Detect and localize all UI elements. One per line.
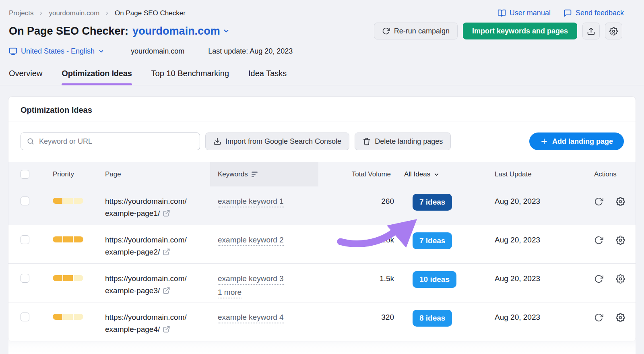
table-row: https://yourdomain.com/example-page1/ ex… <box>8 186 636 225</box>
table-row: https://yourdomain.com/example-page3/ ex… <box>8 264 636 302</box>
total-volume-value: 1.0k <box>318 225 397 263</box>
page-url: https://yourdomain.com/example-page2/ <box>105 225 210 263</box>
chevron-down-icon <box>98 48 104 54</box>
external-link-icon[interactable] <box>163 209 170 217</box>
keyword-link[interactable]: example keyword 2 <box>218 235 284 246</box>
tab-optimization-ideas[interactable]: Optimization Ideas <box>62 69 132 85</box>
column-priority: Priority <box>45 162 105 186</box>
external-link-icon[interactable] <box>163 287 170 294</box>
more-keywords-link[interactable]: 1 more <box>218 287 242 298</box>
row-checkbox[interactable] <box>21 197 29 205</box>
table-header: Priority Page Keywords Total Volume All … <box>8 162 636 186</box>
keyword-link[interactable]: example keyword 3 <box>218 273 284 285</box>
campaign-domain: yourdomain.com <box>131 47 184 56</box>
import-gsc-button[interactable]: Import from Google Search Console <box>205 132 349 150</box>
row-settings-gear-icon[interactable] <box>616 274 625 284</box>
refresh-row-icon[interactable] <box>594 197 603 206</box>
sort-descending-icon <box>252 172 258 177</box>
keyword-link[interactable]: example keyword 4 <box>218 312 284 323</box>
ideas-count-button[interactable]: 7 ideas <box>413 194 452 211</box>
breadcrumb-current: On Page SEO Checker <box>115 9 186 17</box>
last-update-value: Aug 20, 2023 <box>491 264 575 302</box>
total-volume-value: 320 <box>318 302 397 341</box>
locale-dropdown[interactable]: United States - English <box>9 47 104 56</box>
row-settings-gear-icon[interactable] <box>616 313 625 322</box>
refresh-row-icon[interactable] <box>594 274 603 284</box>
tab-overview[interactable]: Overview <box>9 69 42 85</box>
select-all-checkbox[interactable] <box>21 170 29 179</box>
breadcrumb-separator-icon <box>104 10 110 16</box>
keyword-link[interactable]: example keyword 1 <box>218 196 284 207</box>
table-row: https://yourdomain.com/example-page4/ ex… <box>8 302 636 341</box>
table-row: https://yourdomain.com/example-page2/ ex… <box>8 225 636 264</box>
total-volume-value: 1.5k <box>318 264 397 302</box>
column-actions: Actions <box>575 162 636 186</box>
rerun-campaign-button[interactable]: Re-run campaign <box>374 23 458 39</box>
search-box <box>21 132 200 150</box>
tab-bar: Overview Optimization Ideas Top 10 Bench… <box>0 69 644 85</box>
row-checkbox[interactable] <box>21 313 29 321</box>
page-url: https://yourdomain.com/example-page1/ <box>105 186 210 225</box>
chat-bubble-icon <box>564 9 572 17</box>
page-url: https://yourdomain.com/example-page3/ <box>105 264 210 302</box>
plus-icon <box>540 137 548 145</box>
panel-title: Optimization Ideas <box>8 97 636 122</box>
add-landing-page-button[interactable]: Add landing page <box>529 132 624 150</box>
column-page: Page <box>105 162 210 186</box>
breadcrumb-domain[interactable]: yourdomain.com <box>49 9 99 17</box>
refresh-row-icon[interactable] <box>594 236 603 245</box>
external-link-icon[interactable] <box>163 325 170 333</box>
gear-icon <box>609 27 618 35</box>
delete-landing-pages-button[interactable]: Delete landing pages <box>355 132 451 150</box>
ideas-count-button[interactable]: 7 ideas <box>413 232 452 249</box>
upload-icon <box>587 27 595 35</box>
priority-bar <box>53 198 83 204</box>
chevron-down-icon <box>223 27 230 35</box>
last-update-text: Last update: Aug 20, 2023 <box>208 47 293 56</box>
breadcrumb-projects[interactable]: Projects <box>9 9 33 17</box>
breadcrumb: Projects yourdomain.com On Page SEO Chec… <box>9 9 186 17</box>
optimization-ideas-panel: Optimization Ideas Import from Google Se… <box>8 96 636 342</box>
refresh-row-icon[interactable] <box>594 313 603 322</box>
total-volume-value: 260 <box>318 186 397 225</box>
last-update-value: Aug 20, 2023 <box>491 302 575 341</box>
export-button[interactable] <box>582 23 600 39</box>
tab-top10-benchmarking[interactable]: Top 10 Benchmarking <box>151 69 229 85</box>
external-link-icon[interactable] <box>163 248 170 256</box>
search-input[interactable] <box>39 137 194 146</box>
import-keywords-button[interactable]: Import keywords and pages <box>463 23 577 39</box>
priority-bar <box>53 236 83 242</box>
page-url: https://yourdomain.com/example-page4/ <box>105 302 210 341</box>
user-manual-link[interactable]: User manual <box>497 9 551 17</box>
row-checkbox[interactable] <box>21 235 29 244</box>
download-icon <box>213 137 221 145</box>
row-settings-gear-icon[interactable] <box>616 197 625 206</box>
priority-bar <box>53 275 83 281</box>
breadcrumb-separator-icon <box>38 10 44 16</box>
ideas-filter-dropdown[interactable]: All Ideas <box>397 162 491 186</box>
refresh-icon <box>382 27 390 35</box>
chevron-down-icon <box>433 172 440 178</box>
column-last-update: Last Update <box>491 162 575 186</box>
tab-idea-tasks[interactable]: Idea Tasks <box>248 69 287 85</box>
book-icon <box>497 9 506 17</box>
page-title: On Page SEO Checker: yourdomain.com <box>9 25 230 37</box>
last-update-value: Aug 20, 2023 <box>491 225 575 263</box>
ideas-count-button[interactable]: 8 ideas <box>413 310 452 327</box>
priority-bar <box>53 314 83 320</box>
trash-icon <box>363 137 371 145</box>
row-settings-gear-icon[interactable] <box>616 236 625 245</box>
monitor-icon <box>9 47 17 56</box>
send-feedback-link[interactable]: Send feedback <box>564 9 624 17</box>
search-icon <box>27 137 35 145</box>
campaign-settings-button[interactable] <box>605 23 622 39</box>
project-domain-dropdown[interactable]: yourdomain.com <box>132 25 230 37</box>
row-checkbox[interactable] <box>21 274 29 283</box>
last-update-value: Aug 20, 2023 <box>491 186 575 225</box>
column-total-volume: Total Volume <box>318 162 397 186</box>
ideas-count-button[interactable]: 10 ideas <box>413 271 456 288</box>
column-keywords[interactable]: Keywords <box>210 162 318 186</box>
